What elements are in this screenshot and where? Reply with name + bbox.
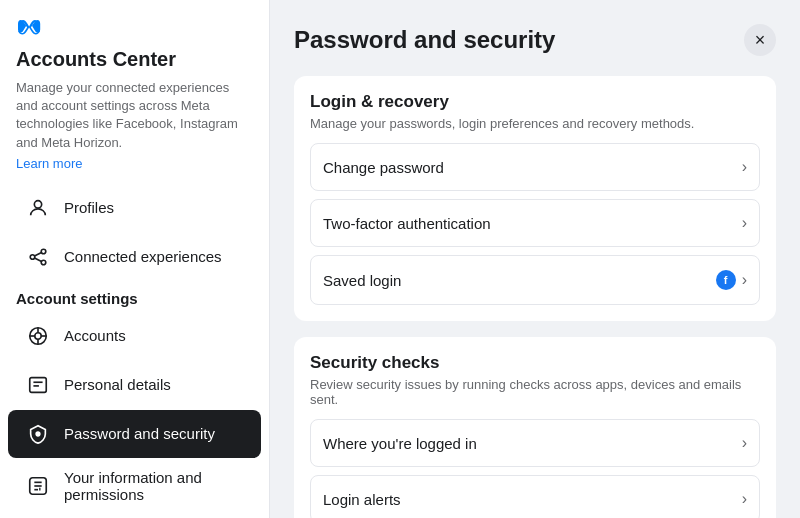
sidebar-item-connected-label: Connected experiences: [64, 248, 222, 265]
meta-logo-svg: [16, 16, 68, 36]
sidebar-item-your-information[interactable]: Your information and permissions: [8, 459, 261, 513]
sidebar-item-your-info-label: Your information and permissions: [64, 469, 245, 503]
sidebar-item-connected-experiences[interactable]: Connected experiences: [8, 233, 261, 281]
sidebar-item-profiles[interactable]: Profiles: [8, 184, 261, 232]
sidebar-item-accounts[interactable]: Accounts: [8, 312, 261, 360]
account-settings-label: Account settings: [0, 282, 269, 311]
svg-point-7: [35, 333, 41, 339]
meta-logo: [16, 16, 68, 36]
svg-point-0: [34, 200, 41, 207]
sidebar-item-personal-label: Personal details: [64, 376, 171, 393]
chevron-right-icon: ›: [742, 271, 747, 289]
login-recovery-card: Login & recovery Manage your passwords, …: [294, 76, 776, 321]
chevron-right-icon: ›: [742, 434, 747, 452]
svg-point-2: [41, 249, 46, 254]
where-logged-in-row[interactable]: Where you're logged in ›: [310, 419, 760, 467]
saved-login-right: f ›: [716, 270, 747, 290]
svg-point-1: [30, 254, 35, 259]
sidebar-item-profiles-label: Profiles: [64, 199, 114, 216]
sidebar-item-accounts-label: Accounts: [64, 327, 126, 344]
sidebar-item-password-label: Password and security: [64, 425, 215, 442]
close-button[interactable]: ×: [744, 24, 776, 56]
svg-line-5: [35, 258, 42, 262]
connected-icon: [24, 243, 52, 271]
sidebar-title: Accounts Center: [0, 44, 269, 75]
info-icon: [24, 472, 52, 500]
main-content: Password and security × Login & recovery…: [270, 0, 800, 518]
sidebar-description: Manage your connected experiences and ac…: [0, 75, 269, 154]
security-checks-card: Security checks Review security issues b…: [294, 337, 776, 518]
two-factor-label: Two-factor authentication: [323, 215, 491, 232]
security-checks-title: Security checks: [310, 353, 760, 373]
page-title: Password and security: [294, 26, 555, 54]
change-password-row[interactable]: Change password ›: [310, 143, 760, 191]
sidebar-item-personal-details[interactable]: Personal details: [8, 361, 261, 409]
saved-login-label-area: Saved login: [323, 272, 401, 289]
svg-line-4: [35, 252, 42, 256]
saved-login-row[interactable]: Saved login f ›: [310, 255, 760, 305]
chevron-right-icon: ›: [742, 158, 747, 176]
change-password-label-area: Change password: [323, 159, 444, 176]
where-logged-in-label-area: Where you're logged in: [323, 435, 477, 452]
login-alerts-right: ›: [742, 490, 747, 508]
where-logged-in-label: Where you're logged in: [323, 435, 477, 452]
two-factor-row[interactable]: Two-factor authentication ›: [310, 199, 760, 247]
security-checks-desc: Review security issues by running checks…: [310, 377, 760, 407]
person-icon: [24, 194, 52, 222]
login-recovery-desc: Manage your passwords, login preferences…: [310, 116, 760, 131]
chevron-right-icon: ›: [742, 490, 747, 508]
change-password-right: ›: [742, 158, 747, 176]
login-alerts-label: Login alerts: [323, 491, 401, 508]
two-factor-label-area: Two-factor authentication: [323, 215, 491, 232]
where-logged-in-right: ›: [742, 434, 747, 452]
svg-point-15: [36, 432, 40, 436]
svg-point-3: [41, 260, 46, 265]
svg-rect-12: [30, 377, 47, 392]
sidebar-item-password-security[interactable]: Password and security: [8, 410, 261, 458]
learn-more-link[interactable]: Learn more: [0, 154, 269, 183]
personal-icon: [24, 371, 52, 399]
sidebar-logo-area: [0, 16, 269, 44]
chevron-right-icon: ›: [742, 214, 747, 232]
shield-icon: [24, 420, 52, 448]
login-alerts-label-area: Login alerts: [323, 491, 401, 508]
login-recovery-title: Login & recovery: [310, 92, 760, 112]
login-alerts-row[interactable]: Login alerts ›: [310, 475, 760, 518]
main-header: Password and security ×: [294, 24, 776, 56]
change-password-label: Change password: [323, 159, 444, 176]
two-factor-right: ›: [742, 214, 747, 232]
sidebar-item-ad-preferences[interactable]: Ad preferences: [8, 514, 261, 518]
accounts-icon: [24, 322, 52, 350]
saved-login-label: Saved login: [323, 272, 401, 289]
facebook-icon: f: [716, 270, 736, 290]
sidebar: Accounts Center Manage your connected ex…: [0, 0, 270, 518]
